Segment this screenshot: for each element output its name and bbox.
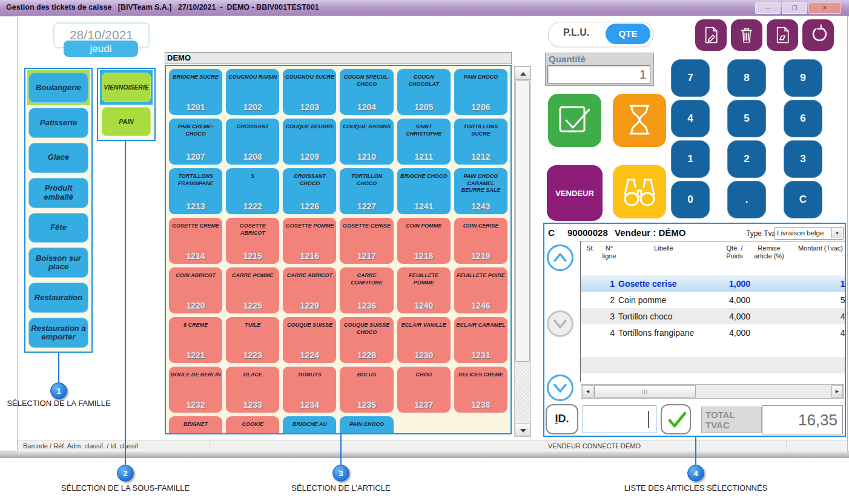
search-article-button[interactable] (613, 165, 666, 218)
subfamily-button[interactable]: VIENNOISERIE (102, 73, 151, 102)
ticket-row[interactable]: 2Coin pomme4,0005,40 (581, 292, 846, 308)
article-grid-scrollbar[interactable] (514, 66, 531, 437)
ticket-row[interactable]: 4Tortillons frangipane4,0004,80 (581, 324, 846, 341)
keypad-key-C[interactable]: C (784, 181, 822, 218)
family-button[interactable]: Fête (28, 213, 88, 243)
family-button[interactable]: Restauration à emporter (28, 318, 88, 348)
article-button[interactable]: GOSETTE POMME1216 (282, 217, 337, 264)
article-button[interactable]: COUQUE SUISSE CHOCO1228 (339, 316, 394, 364)
keypad-key-2[interactable]: 2 (727, 140, 766, 178)
scroll-up-button[interactable] (515, 67, 530, 80)
plu-button[interactable]: P.L.U. (563, 27, 589, 38)
article-button[interactable]: PAIN CHOCO (339, 416, 394, 434)
article-button[interactable]: DONUTS1234 (282, 366, 337, 413)
qte-button[interactable]: QTE (606, 24, 650, 44)
article-button[interactable]: FEUILLETE POMME1240 (397, 267, 451, 314)
close-button[interactable]: ✕ (808, 2, 841, 14)
article-button[interactable]: GOSETTE CREME1214 (168, 217, 223, 264)
maximize-button[interactable]: ❐ (782, 2, 807, 14)
keypad-key-4[interactable]: 4 (671, 100, 710, 137)
article-button[interactable]: COIN ABRICOT1220 (168, 267, 223, 314)
scroll-down-button[interactable] (515, 423, 530, 436)
article-button[interactable]: FEUILLETE POIRE1246 (454, 267, 508, 314)
article-button[interactable]: COUQUE RAISINS1210 (339, 118, 394, 165)
article-button[interactable]: GOSETTE ABRICOT1215 (225, 217, 280, 264)
tva-type-dropdown[interactable]: Livraison belge ▼ (775, 227, 844, 240)
keypad-key-7[interactable]: 7 (671, 59, 710, 97)
ticket-scroll-page-down-button[interactable] (547, 310, 573, 337)
article-button[interactable]: BRIOCHE AU (282, 416, 337, 434)
keypad-key-5[interactable]: 5 (727, 100, 766, 137)
family-button[interactable]: Boisson sur place (28, 247, 88, 278)
id-input[interactable] (583, 405, 656, 433)
article-button[interactable]: COUGN CHOCOLAT1205 (397, 68, 451, 116)
subfamily-button[interactable]: PAIN (102, 107, 151, 137)
family-button[interactable]: Patisserie (28, 108, 88, 138)
confirm-id-button[interactable] (661, 404, 691, 434)
article-button[interactable]: TORTILLONS SUCRE1212 (454, 118, 508, 165)
keypad-key-0[interactable]: 0 (671, 181, 710, 218)
keypad-key-3[interactable]: 3 (784, 140, 822, 178)
article-button[interactable]: COIN CERISE1219 (454, 217, 508, 264)
article-button[interactable]: CROISSANT1208 (225, 118, 280, 165)
article-button[interactable]: CHOU1237 (397, 366, 451, 413)
article-button[interactable]: CARRE ABRICOT1229 (282, 267, 337, 314)
article-button[interactable]: COOKIE (225, 416, 280, 434)
article-button[interactable]: S1222 (225, 168, 280, 215)
article-button[interactable]: CROISSANT CHOCO1226 (282, 168, 337, 215)
keypad-key-9[interactable]: 9 (784, 59, 822, 97)
scrollbar-thumb[interactable] (515, 80, 530, 362)
article-button[interactable]: TORTILLON CHOCO1227 (339, 168, 394, 215)
article-button[interactable]: COUGNOU RAISIN1202 (225, 68, 280, 116)
article-button[interactable]: BOULE DE BERLIN1232 (168, 366, 223, 413)
keypad-key-8[interactable]: 8 (727, 59, 766, 97)
vendeur-button[interactable]: VENDEUR (547, 165, 603, 221)
edit-ticket-button[interactable] (695, 19, 727, 51)
scrollbar-track[interactable] (515, 362, 530, 422)
article-button[interactable]: 8 CREME1221 (168, 316, 223, 364)
id-button[interactable]: ID. (546, 404, 578, 434)
validate-button[interactable] (548, 94, 601, 147)
keypad-key-6[interactable]: 6 (784, 100, 822, 137)
article-button[interactable]: TORTILLONS FRANGIPANE1213 (168, 168, 223, 215)
article-button[interactable]: ECLAIR VANILLE1230 (397, 316, 451, 364)
article-button[interactable]: COUQUE BEURRE1209 (282, 118, 337, 165)
ticket-scroll-down-button[interactable] (547, 375, 573, 401)
article-button[interactable]: PAIN CHOCO CARAMEL BEURRE SALE1243 (454, 168, 508, 215)
article-button[interactable]: BOLUS1235 (339, 366, 394, 413)
chevron-down-icon[interactable]: ▼ (831, 228, 842, 238)
article-button[interactable]: CARRE POMME1225 (225, 267, 280, 314)
ticket-horizontal-scrollbar[interactable]: ◀ ||| ▶ (581, 384, 844, 399)
ticket-row[interactable]: 1Gosette cerise1,0001,35 (581, 275, 846, 292)
article-button[interactable]: SAINT CHRISTOPHE1211 (397, 118, 451, 165)
article-button[interactable]: COUQUE SUISSE1224 (282, 316, 337, 364)
undo-button[interactable] (802, 19, 834, 51)
scroll-left-button[interactable]: ◀ (582, 385, 593, 398)
article-button[interactable]: BRIOCHE SUCRE1201 (168, 68, 223, 116)
family-button[interactable]: Restauration (28, 283, 88, 313)
article-button[interactable]: BRIOCHE CHOCO1241 (397, 168, 451, 215)
family-button[interactable]: Glace (28, 143, 88, 173)
article-button[interactable]: PAIN CHOCO1206 (454, 68, 508, 116)
article-button[interactable]: COIN POMME1218 (397, 217, 451, 264)
keypad-key-.[interactable]: . (727, 181, 766, 218)
clear-document-button[interactable] (767, 19, 798, 51)
ticket-row[interactable]: 3Tortillon choco4,0004,80 (581, 308, 846, 324)
keypad-key-1[interactable]: 1 (671, 140, 710, 178)
family-button[interactable]: Boulangerie (28, 73, 88, 103)
article-button[interactable]: COUGNOU SUCRE1203 (282, 68, 337, 116)
article-button[interactable]: GOSETTE CERISE1217 (339, 217, 394, 264)
hold-ticket-button[interactable] (613, 94, 666, 147)
article-button[interactable]: ECLAIR CARAMEL1231 (454, 316, 508, 364)
article-button[interactable]: GLACE1233 (225, 366, 280, 413)
article-button[interactable]: BEIGNET (168, 416, 223, 434)
article-button[interactable]: COUGN SPECUL-CHOCO1204 (339, 68, 394, 116)
hscrollbar-thumb[interactable]: ||| (594, 385, 696, 398)
delete-ticket-button[interactable] (731, 19, 762, 51)
article-button[interactable]: CARRE CONFITURE1236 (339, 267, 394, 314)
article-button[interactable]: DELICES CREME1238 (454, 366, 508, 413)
minimize-button[interactable]: — (755, 2, 781, 14)
family-button[interactable]: Produit emballé (28, 178, 88, 208)
ticket-scroll-up-button[interactable] (547, 244, 573, 271)
article-button[interactable]: TUILE1223 (225, 316, 280, 364)
